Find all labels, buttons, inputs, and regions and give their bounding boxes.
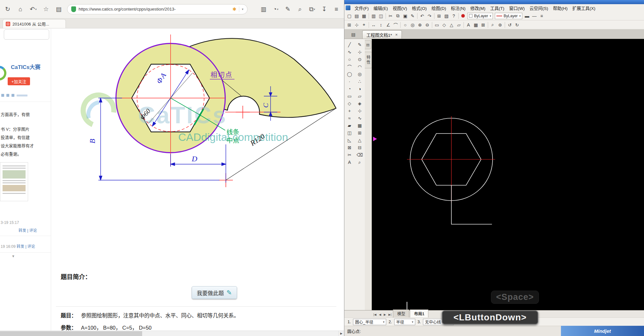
tool-icon[interactable]: ⌫ bbox=[356, 152, 364, 158]
tool-icon[interactable]: ◠ bbox=[356, 64, 364, 70]
tool-icon[interactable]: ∿ bbox=[346, 49, 353, 55]
scroll-chevron-icon[interactable]: ▼ bbox=[12, 254, 15, 258]
site-safety-icon[interactable] bbox=[71, 6, 76, 12]
menu-ext-tools[interactable]: 扩展工具(X) bbox=[570, 4, 598, 11]
tool-icon[interactable]: ◔ bbox=[346, 86, 353, 92]
tool-icon[interactable]: ✂ bbox=[346, 152, 353, 158]
first-sheet-icon[interactable]: |◀ bbox=[372, 313, 377, 317]
back-icon[interactable]: ↶▾ bbox=[29, 4, 38, 14]
reload-icon[interactable]: ↻ bbox=[3, 4, 12, 14]
tool-icon[interactable]: ↷ bbox=[426, 12, 433, 19]
tool-icon[interactable]: ⌒ bbox=[346, 64, 353, 70]
tool-icon[interactable]: ◎ bbox=[409, 21, 416, 28]
tool-icon[interactable]: ▧ bbox=[443, 12, 450, 19]
tool-icon[interactable]: ⊞ bbox=[356, 130, 364, 136]
menu-help[interactable]: 帮助(H) bbox=[551, 4, 570, 11]
tool-icon[interactable]: A bbox=[346, 159, 353, 165]
tool-icon[interactable]: ↶ bbox=[418, 12, 426, 19]
tool-icon[interactable]: ⊙ bbox=[356, 56, 364, 63]
tool-icon[interactable]: ↺ bbox=[506, 21, 513, 28]
cad-app-icon[interactable] bbox=[346, 5, 350, 10]
tool-icon[interactable]: ◎ bbox=[356, 71, 364, 77]
panel-icon-tab[interactable]: ▤ bbox=[365, 40, 371, 49]
tool-icon[interactable]: ✎ bbox=[356, 42, 364, 48]
option-1-dropdown[interactable]: 圆心_半径 ▾ bbox=[353, 319, 386, 325]
tool-icon[interactable]: ✎ bbox=[409, 12, 416, 19]
tool-icon[interactable]: ⌖ bbox=[360, 21, 368, 28]
horizontal-scrollbar[interactable]: ▶ bbox=[0, 331, 344, 336]
notes-icon[interactable]: ▤ bbox=[54, 4, 63, 14]
tool-icon[interactable]: ▢ bbox=[346, 12, 353, 19]
tool-icon[interactable]: △ bbox=[448, 21, 455, 28]
tool-icon[interactable]: ⌒ bbox=[392, 21, 399, 28]
history-icon[interactable]: ◔▾ bbox=[271, 4, 280, 14]
tool-icon[interactable]: ⧉ bbox=[394, 12, 402, 19]
menu-icon[interactable]: ≡ bbox=[332, 4, 341, 14]
scrollbar-right-arrow[interactable]: ▶ bbox=[338, 331, 344, 336]
tool-icon[interactable]: ⊠ bbox=[346, 144, 353, 151]
linetype-dropdown[interactable]: ByLayer ▾ bbox=[495, 13, 523, 19]
tool-icon[interactable]: ? bbox=[450, 12, 457, 19]
last-sheet-icon[interactable]: ▶| bbox=[387, 313, 392, 317]
post-actions[interactable]: 转发 | 评论 bbox=[19, 227, 37, 233]
tool-icon[interactable]: ≈ bbox=[346, 115, 353, 121]
option-2-dropdown[interactable]: 半径 ▾ bbox=[394, 319, 415, 325]
tool-icon[interactable]: ▤ bbox=[353, 12, 360, 19]
tool-icon[interactable]: ▣ bbox=[402, 12, 409, 19]
tool-icon[interactable]: ▱ bbox=[356, 93, 364, 99]
menu-modify[interactable]: 修改(M) bbox=[468, 4, 487, 11]
tool-icon[interactable]: ✂ bbox=[387, 12, 394, 19]
tool-icon[interactable]: ↻ bbox=[513, 21, 521, 28]
tool-icon[interactable]: ○ bbox=[402, 21, 409, 28]
menu-cloud[interactable]: 云空间(S) bbox=[527, 4, 550, 11]
tool-icon[interactable]: ○ bbox=[346, 56, 353, 63]
search-icon[interactable]: ⌕ bbox=[295, 4, 304, 14]
tool-icon[interactable]: ⊞ bbox=[346, 21, 353, 28]
close-icon[interactable]: × bbox=[395, 32, 398, 37]
tool-icon[interactable]: ▦ bbox=[360, 12, 368, 19]
download-icon[interactable]: ↧ bbox=[320, 4, 329, 14]
tool-icon[interactable]: ↔ bbox=[370, 21, 377, 28]
prev-sheet-icon[interactable]: ◀ bbox=[378, 313, 382, 317]
tool-icon[interactable]: ▰ bbox=[346, 122, 353, 129]
home-icon[interactable]: ⌂ bbox=[16, 4, 25, 14]
menu-file[interactable]: 文件(F) bbox=[352, 4, 371, 11]
tool-icon[interactable]: ∠ bbox=[385, 21, 392, 28]
url-text[interactable]: https://www.catics.org/content/cpps/ques… bbox=[79, 7, 230, 11]
tool-icon[interactable]: ◫ bbox=[346, 130, 353, 136]
menu-edit[interactable]: 编辑(E) bbox=[371, 4, 390, 11]
tool-icon[interactable]: ╱ bbox=[346, 42, 353, 48]
tool-icon[interactable]: ⊹ bbox=[353, 21, 360, 28]
tool-icon[interactable]: ⌕ bbox=[356, 159, 364, 165]
document-tab[interactable]: 工程图文档1* × bbox=[362, 30, 402, 39]
windows-icon[interactable]: ⧉▾ bbox=[308, 4, 317, 14]
tool-icon[interactable]: ▬ bbox=[523, 12, 531, 19]
tool-icon[interactable]: ▦ bbox=[472, 21, 479, 28]
tool-icon[interactable]: △ bbox=[356, 137, 364, 143]
menu-view[interactable]: 视图(V) bbox=[390, 4, 409, 11]
address-bar[interactable]: https://www.catics.org/content/cpps/ques… bbox=[67, 4, 248, 14]
tool-icon[interactable]: ▦ bbox=[356, 122, 364, 129]
url-dropdown-icon[interactable]: ▾ bbox=[242, 7, 243, 11]
tool-icon[interactable]: ◇ bbox=[346, 100, 353, 107]
tool-icon[interactable]: ⊚ bbox=[496, 21, 504, 28]
tool-icon[interactable]: ◑ bbox=[356, 86, 364, 92]
back-dropdown-icon[interactable]: ▾ bbox=[35, 8, 37, 11]
browser-tab[interactable]: 20141006 从 公用... bbox=[3, 19, 66, 28]
tool-icon[interactable]: ⊠ bbox=[479, 21, 487, 28]
properties-panel-tab[interactable]: 特性 bbox=[365, 52, 372, 68]
history-dropdown-icon[interactable]: ▾ bbox=[277, 8, 279, 11]
tool-icon[interactable]: ⌕ bbox=[489, 21, 496, 28]
favorites-star-icon[interactable]: ☆ bbox=[42, 4, 50, 14]
tab-layout1[interactable]: 布局1 bbox=[410, 309, 428, 317]
do-question-button[interactable]: 我要做此题 ✎ bbox=[192, 286, 237, 299]
tool-icon[interactable]: ◇ bbox=[441, 21, 448, 28]
tab-model[interactable]: 模型 bbox=[393, 309, 409, 317]
tool-icon[interactable]: — bbox=[531, 12, 538, 19]
post-thumbnail[interactable] bbox=[0, 162, 28, 201]
color-style-dropdown[interactable]: ByLayer ▾ bbox=[467, 13, 493, 19]
tool-icon[interactable]: ◈ bbox=[356, 100, 364, 107]
sidebar-brand[interactable]: CaTICs大赛 bbox=[11, 63, 41, 71]
menu-format[interactable]: 格式(O) bbox=[410, 4, 429, 11]
tool-icon[interactable]: ∿ bbox=[356, 115, 364, 121]
